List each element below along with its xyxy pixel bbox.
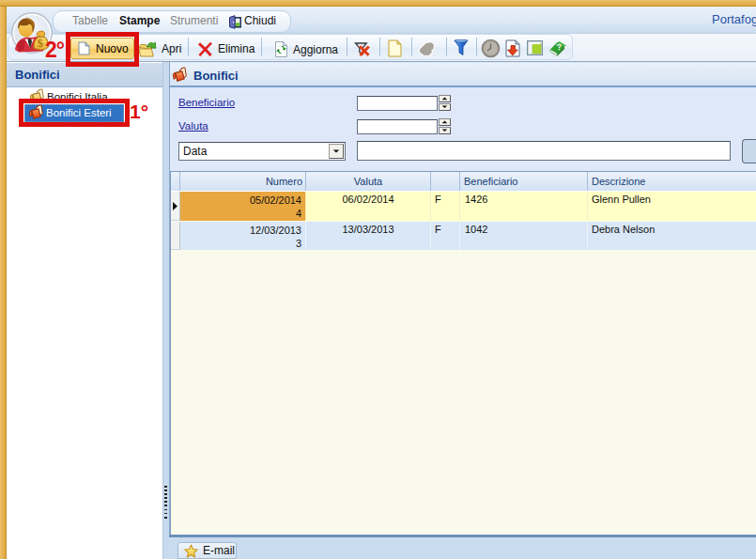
svg-text:$: $ [38, 36, 44, 50]
